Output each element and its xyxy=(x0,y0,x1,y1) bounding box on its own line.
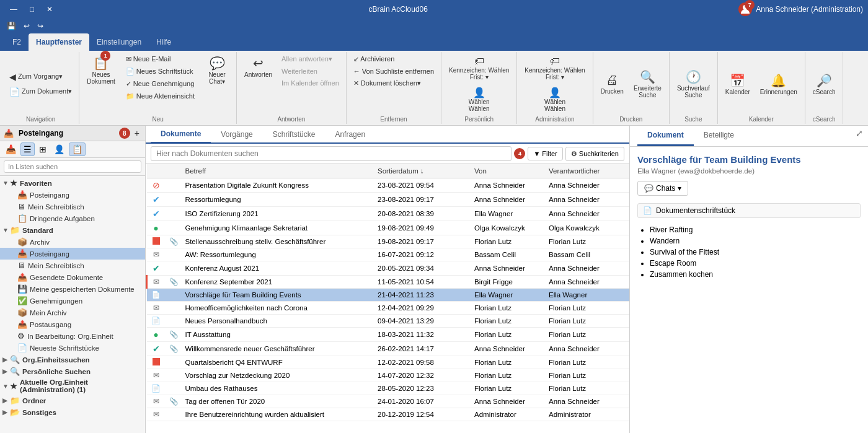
row-date-cell: 18-03-2021 11:32 xyxy=(374,328,461,342)
sidebar-item-gesendete-dokumente[interactable]: 📤 Gesendete Dokumente xyxy=(0,271,145,283)
suchkriterien-btn[interactable]: ⚙ Suchkriterien xyxy=(565,147,624,161)
sidebar-item-mein-schreibtisch-fav[interactable]: 🖥 Mein Schreibtisch xyxy=(0,201,145,212)
content-tab-vorgaenge[interactable]: Vorgänge xyxy=(211,126,262,142)
table-row[interactable]: ✉ 📎 Tag der offenen Tür 2020 24-01-2020 … xyxy=(147,395,630,408)
sidebar-item-aktuelle-org[interactable]: ▼ ★ Aktuelle Org.Einheit (Administration… xyxy=(0,377,145,395)
sidebar-item-in-bearbeitung[interactable]: ⚙ In Bearbeitung: Org.Einheit xyxy=(0,330,145,342)
table-row[interactable]: ✉ AW: Ressortumlegung 16-07-2021 09:12 B… xyxy=(147,248,630,261)
row-scroll-cell xyxy=(619,369,629,382)
content-tab-anfragen[interactable]: Anfragen xyxy=(325,126,375,142)
sidebar-item-postausgang[interactable]: 📤 Postausgang xyxy=(0,318,145,330)
table-row[interactable]: 📄 Vorschläge für Team Building Events 21… xyxy=(147,289,630,302)
th-verantwortlicher[interactable]: Verantwortlicher xyxy=(545,164,619,178)
right-panel-tab-dokument[interactable]: Dokument xyxy=(637,126,694,146)
title-btn-close[interactable]: ✕ xyxy=(42,4,58,15)
sidebar-item-neueste-schriftstuecke[interactable]: 📄 Neueste Schriftstücke xyxy=(0,342,145,354)
qa-undo-btn[interactable]: ↩ xyxy=(22,21,32,31)
table-row[interactable]: ● 📎 IT Ausstattung 18-03-2021 11:32 Flor… xyxy=(147,328,630,342)
btn-csearch[interactable]: 🔎 cSearch xyxy=(809,71,839,98)
title-btn-minimize[interactable]: — xyxy=(5,4,22,15)
th-status[interactable] xyxy=(147,164,166,178)
right-panel-tab-beteiligte[interactable]: Beteiligte xyxy=(694,126,744,146)
btn-im-kalender-oeffnen[interactable]: Im Kalender öffnen xyxy=(278,77,342,89)
btn-neue-akteneinsicht[interactable]: 📁 Neue Akteneinsicht xyxy=(123,90,198,102)
th-sortierdatum[interactable]: Sortierdatum ↓ xyxy=(374,164,461,178)
chats-button[interactable]: 💬 Chats ▾ xyxy=(637,181,688,196)
sidebar-item-ordner[interactable]: ▶ 📁 Ordner xyxy=(0,395,145,406)
btn-antworten[interactable]: ↩ Antworten xyxy=(241,53,276,81)
table-row[interactable]: ✔ 📎 Willkommensrede neuer Geschäftsführe… xyxy=(147,342,630,356)
row-von-cell: Bassam Celil xyxy=(471,248,545,261)
sidebar-item-org-suchen[interactable]: ▶ 🔍 Org.Einheitssuchen xyxy=(0,354,145,365)
sidebar-item-persoenliche-suchen[interactable]: ▶ 🔍 Persönliche Suchen xyxy=(0,365,145,377)
btn-neue-email[interactable]: ✉ Neue E-Mail xyxy=(123,53,198,65)
qa-save-btn[interactable]: 💾 xyxy=(5,21,18,31)
tab-hilfe[interactable]: Hilfe xyxy=(149,33,179,51)
btn-waehlen-admin[interactable]: 👤 Wählen Wählen xyxy=(521,84,588,115)
btn-waehlen-persoenlich[interactable]: 👤 Wählen Wählen xyxy=(445,84,513,115)
sidebar-search-input[interactable] xyxy=(4,160,141,173)
filter-btn[interactable]: ▼ Filter xyxy=(528,147,562,160)
table-row[interactable]: ✉ Vorschlag zur Netzdeckung 2020 14-07-2… xyxy=(147,369,630,382)
btn-dokument-loeschen[interactable]: ✕ Dokument löschen▾ xyxy=(350,77,424,89)
sidebar-item-posteingang-std[interactable]: 📥 Posteingang xyxy=(0,248,145,260)
btn-kennzeichen-persoenlich[interactable]: 🏷 Kennzeichen: Wählen Frist: ▾ xyxy=(445,53,513,83)
btn-archivieren[interactable]: ↙ Archivieren xyxy=(350,53,397,65)
table-row[interactable]: ⊘ Präsentation Digitale Zukunft Kongress… xyxy=(147,178,630,193)
btn-erweiterte-suche[interactable]: 🔍 Erweiterte Suche xyxy=(630,67,665,101)
table-row[interactable]: ✔ ISO Zertifizierung 2021 20-08-2021 08:… xyxy=(147,207,630,221)
content-tab-schriftstuecke[interactable]: Schriftstücke xyxy=(263,126,326,142)
table-row[interactable]: 📄 Neues Personalhandbuch 09-04-2021 13:2… xyxy=(147,315,630,328)
btn-neues-schriftstueck[interactable]: 📄 Neues Schriftstück xyxy=(123,66,198,77)
title-btn-maximize[interactable]: □ xyxy=(25,4,39,15)
th-von[interactable]: Von xyxy=(471,164,545,178)
tab-hauptfenster[interactable]: Hauptfenster xyxy=(29,33,89,51)
sidebar-item-genehmigungen[interactable]: ✅ Genehmigungen xyxy=(0,295,145,307)
btn-weiterleiten[interactable]: Weiterleiten xyxy=(278,66,342,77)
th-betreff[interactable]: Betreff xyxy=(182,164,374,178)
table-row[interactable]: 📎 Stellenausschreibung stellv. Geschäfts… xyxy=(147,235,630,248)
btn-zum-vorgang[interactable]: ◀Zum Vorgang▾ xyxy=(6,70,75,84)
sidebar-item-standard[interactable]: ▼ 📁 Standard xyxy=(0,224,145,236)
table-row[interactable]: ● Genehmigung Klimaanlage Sekretariat 19… xyxy=(147,221,630,235)
sidebar-item-archiv[interactable]: 📦 Archiv xyxy=(0,236,145,248)
tab-einstellungen[interactable]: Einstellungen xyxy=(89,33,149,51)
sidebar-item-sonstiges[interactable]: ▶ 📂 Sonstiges xyxy=(0,406,145,418)
sidebar-tool-table[interactable]: ⊞ xyxy=(36,142,50,156)
btn-von-suchliste-entfernen[interactable]: ← Von Suchliste entfernen xyxy=(350,66,437,77)
table-row[interactable]: 📄 Umbau des Rathauses 28-05-2020 12:23 F… xyxy=(147,382,630,395)
qa-redo-btn[interactable]: ↪ xyxy=(35,21,45,31)
sidebar-item-mein-schreibtisch-std[interactable]: 🖥 Mein Schreibtisch xyxy=(0,260,145,271)
btn-neuer-chat[interactable]: 💬 Neuer Chat▾ xyxy=(202,53,232,87)
btn-neue-genehmigung[interactable]: ✓ Neue Genehmigung xyxy=(123,78,198,90)
btn-allen-antworten[interactable]: Allen antworten▾ xyxy=(278,53,342,65)
sidebar-item-favoriten[interactable]: ▼ ★ Favoriten xyxy=(0,177,145,189)
tab-f2[interactable]: F2 xyxy=(5,33,29,51)
table-row[interactable]: ✔ Ressortumlegung 23-08-2021 09:17 Anna … xyxy=(147,193,630,207)
btn-kalender[interactable]: 📅 Kalender xyxy=(722,71,754,98)
doc-search-input[interactable] xyxy=(151,146,512,161)
table-row[interactable]: Quartalsbericht Q4 ENTWURF 12-02-2021 09… xyxy=(147,356,630,369)
btn-drucken[interactable]: 🖨 Drucken xyxy=(597,71,627,97)
sidebar-item-dringende-aufgaben[interactable]: 📋 Dringende Aufgaben xyxy=(0,212,145,224)
sidebar-item-mein-archiv[interactable]: 📦 Mein Archiv xyxy=(0,307,145,318)
sidebar-tool-copy[interactable]: 📋 xyxy=(69,142,86,156)
btn-kennzeichen-admin[interactable]: 🏷 Kennzeichen: Wählen Frist: ▾ xyxy=(521,53,588,83)
sidebar-item-posteingang-fav[interactable]: 📥 Posteingang xyxy=(0,189,145,201)
table-row[interactable]: ✉ Ihre Benutzereinrichtung wurden aktual… xyxy=(147,408,630,421)
right-panel-expand-btn[interactable]: ⤢ xyxy=(856,128,863,138)
sidebar-add-btn[interactable]: + xyxy=(133,128,141,139)
sidebar-tool-inbox[interactable]: 📥 xyxy=(2,142,19,156)
btn-erinnerungen[interactable]: 🔔 Erinnerungen xyxy=(756,71,801,98)
sidebar-item-meine-gespeicherten[interactable]: 💾 Meine gespeicherten Dokumente xyxy=(0,283,145,295)
table-row[interactable]: ✔ Konferenz August 2021 20-05-2021 09:34… xyxy=(147,261,630,276)
table-row[interactable]: ✉ Homeofficemöglichkeiten nach Corona 12… xyxy=(147,302,630,315)
th-attach[interactable] xyxy=(166,164,182,178)
sidebar-tool-list[interactable]: ☰ xyxy=(20,142,35,156)
btn-zum-dokument[interactable]: 📄Zum Dokument▾ xyxy=(6,85,75,98)
table-row[interactable]: ✉ 📎 Konferenz September 2021 11-05-2021 … xyxy=(147,276,630,289)
btn-suchverlauf[interactable]: 🕐 Suchverlauf Suche xyxy=(673,67,714,101)
content-tab-dokumente[interactable]: Dokumente xyxy=(151,126,211,144)
sidebar-tool-contacts[interactable]: 👤 xyxy=(51,142,68,156)
sidebar-item-mein-schreibtisch-std-label: Mein Schreibtisch xyxy=(28,262,84,269)
